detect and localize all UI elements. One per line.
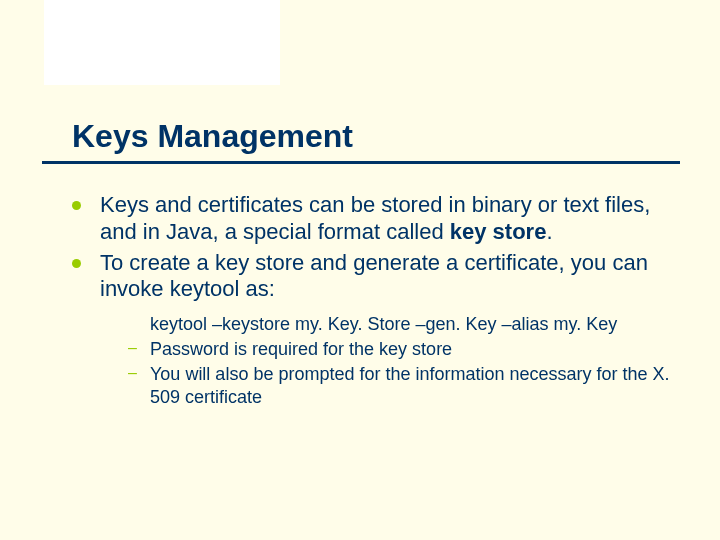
bullet-text: To create a key store and generate a cer… bbox=[100, 250, 648, 302]
sub-bullet-text: keytool –keystore my. Key. Store –gen. K… bbox=[150, 314, 617, 334]
bullet-text: Keys and certificates can be stored in b… bbox=[100, 192, 650, 244]
sub-list-item: You will also be prompted for the inform… bbox=[128, 363, 680, 409]
bullet-text: . bbox=[546, 219, 552, 244]
slide-title: Keys Management bbox=[72, 118, 680, 155]
header-decoration bbox=[44, 0, 280, 85]
slide-content: Keys Management Keys and certificates ca… bbox=[72, 118, 680, 411]
sub-bullet-text: Password is required for the key store bbox=[150, 339, 452, 359]
sub-list-item: Password is required for the key store bbox=[128, 338, 680, 361]
list-item: To create a key store and generate a cer… bbox=[72, 250, 680, 304]
list-item: Keys and certificates can be stored in b… bbox=[72, 192, 680, 246]
sub-bullet-text: You will also be prompted for the inform… bbox=[150, 364, 670, 407]
title-underline bbox=[42, 161, 680, 164]
sub-bullet-list: keytool –keystore my. Key. Store –gen. K… bbox=[72, 313, 680, 409]
bullet-bold: key store bbox=[450, 219, 547, 244]
sub-list-item: keytool –keystore my. Key. Store –gen. K… bbox=[128, 313, 680, 336]
bullet-list: Keys and certificates can be stored in b… bbox=[72, 192, 680, 303]
